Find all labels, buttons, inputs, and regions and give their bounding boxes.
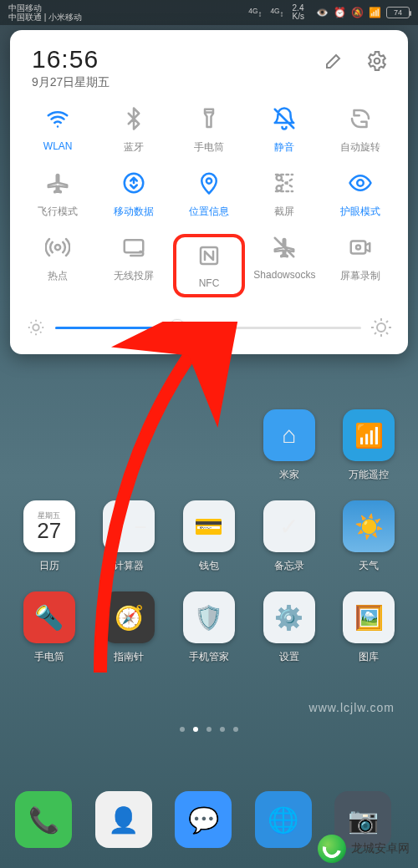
panel-date[interactable]: 9月27日星期五 [32,75,324,90]
app-label: 手电筒 [34,650,64,664]
tile-label: Shadowsocks [253,269,315,281]
tile-cast[interactable]: 无线投屏 [97,234,169,297]
tile-hotspot[interactable]: 热点 [22,234,94,297]
svg-point-10 [356,246,360,250]
app-label: 天气 [359,559,379,573]
dock-item-3[interactable]: 🌐 [255,791,312,848]
alarm-icon: ⏰ [334,7,346,18]
bell-off-icon [271,105,298,132]
rotate-icon [347,105,374,132]
tile-wifi[interactable]: WLAN [22,105,94,155]
tile-airplane[interactable]: 飞行模式 [22,170,94,219]
dock-item-1[interactable]: 👤 [95,791,152,848]
app-手电筒[interactable]: 🔦手电筒 [15,591,84,664]
tile-label: 截屏 [274,205,294,219]
tile-label: 护眼模式 [340,205,380,219]
brand-text: 龙城安卓网 [351,841,410,856]
tile-shadowsocks[interactable]: Shadowsocks [248,234,320,297]
bluetooth-icon [120,105,147,132]
app-label: 米家 [279,468,299,482]
statusbar: 中国移动 中国联通 | 小米移动 4G↕ 4G↕ 2.4K/s 👁️ ⏰ 🔕 📶… [0,0,418,25]
tile-location[interactable]: 位置信息 [173,170,245,219]
tile-label: 蓝牙 [124,140,144,155]
app-label: 计算器 [114,559,144,573]
app-label: 设置 [279,650,299,664]
tile-mute[interactable]: 静音 [248,105,320,155]
tile-rotate[interactable]: 自动旋转 [324,105,396,155]
quick-settings-panel: 16:56 9月27日星期五 WLAN蓝牙手电筒静音自动旋转飞行模式移动数据位置… [10,30,408,354]
svg-point-0 [375,58,380,64]
brand-logo-icon [318,835,346,863]
watermark: www.lcjlw.com [309,701,395,714]
svg-point-6 [55,245,60,250]
edit-icon[interactable] [324,50,344,72]
brightness-low-icon [27,318,45,337]
net-2: 4G↕ [270,7,283,18]
brightness-slider[interactable] [22,317,396,338]
tile-torch[interactable]: 手电筒 [173,105,245,155]
tile-record[interactable]: 屏幕录制 [324,234,396,297]
brightness-track[interactable] [55,327,361,329]
signal-icon: 📶 [369,7,381,18]
tile-label: 飞行模式 [38,205,78,219]
app-备忘录[interactable]: ✓备忘录 [255,500,324,573]
carrier-1: 中国移动 [8,3,248,13]
tile-label: 手电筒 [194,140,224,155]
cast-icon [120,234,147,261]
app-手机管家[interactable]: 🛡️手机管家 [175,591,243,664]
app-米家[interactable]: ⌂米家 [255,409,324,482]
flashlight-icon [196,105,222,132]
tile-bt[interactable]: 蓝牙 [97,105,169,155]
app-label: 图库 [359,650,379,664]
app-label: 指南针 [114,650,144,664]
svg-rect-9 [351,241,366,254]
app-label: 万能遥控 [349,468,389,482]
wifi-icon [44,105,71,132]
app-图库[interactable]: 🖼️图库 [334,591,403,664]
scissors-icon [271,170,298,196]
tile-data[interactable]: 移动数据 [97,170,169,219]
app-指南针[interactable]: 🧭指南针 [95,591,164,664]
dock-item-2[interactable]: 💬 [175,791,232,848]
svg-point-11 [33,324,38,330]
statusbar-carriers: 中国移动 中国联通 | 小米移动 [8,3,248,22]
tile-nfc[interactable]: NFC [173,234,245,297]
tile-screenshot[interactable]: 截屏 [248,170,320,219]
app-label: 备忘录 [274,559,304,573]
tile-label: 静音 [274,140,294,155]
app-设置[interactable]: ⚙️设置 [255,591,324,664]
quick-settings-grid: WLAN蓝牙手电筒静音自动旋转飞行模式移动数据位置信息截屏护眼模式热点无线投屏N… [22,105,396,297]
app-label: 日历 [39,559,59,573]
page-indicator [0,727,418,732]
brightness-high-icon [371,317,391,338]
app-label: 钱包 [199,559,219,573]
dnd-icon: 🔕 [351,7,364,18]
app-日历[interactable]: 星期五27日历 [15,500,84,573]
tile-label: 屏幕录制 [340,269,380,283]
data-icon [120,170,147,196]
tile-eyecare[interactable]: 护眼模式 [324,170,396,219]
battery-icon: 74 [386,7,410,18]
eye-icon: 👁️ [316,7,329,18]
tile-label: 位置信息 [189,205,229,219]
plane-off-icon [271,234,298,261]
location-icon [196,170,222,196]
tile-label: 无线投屏 [114,269,154,283]
nfc-icon [196,242,222,269]
app-天气[interactable]: ☀️天气 [334,500,403,573]
carrier-2: 中国联通 | 小米移动 [8,13,248,22]
eye-icon [347,170,374,196]
app-钱包[interactable]: 💳钱包 [175,500,243,573]
panel-clock[interactable]: 16:56 [32,45,324,74]
net-1: 4G↕ [248,7,262,18]
tile-label: 移动数据 [114,205,154,219]
tile-label: 热点 [48,269,68,283]
net-speed: 2.4K/s [293,4,304,21]
app-计算器[interactable]: ＋－计算器 [95,500,164,573]
tile-label: 自动旋转 [340,140,380,155]
settings-icon[interactable] [366,50,388,72]
brand-badge: 龙城安卓网 [318,835,410,863]
dock-item-0[interactable]: 📞 [15,791,72,848]
app-万能遥控[interactable]: 📶万能遥控 [334,409,403,482]
svg-point-2 [206,178,212,183]
